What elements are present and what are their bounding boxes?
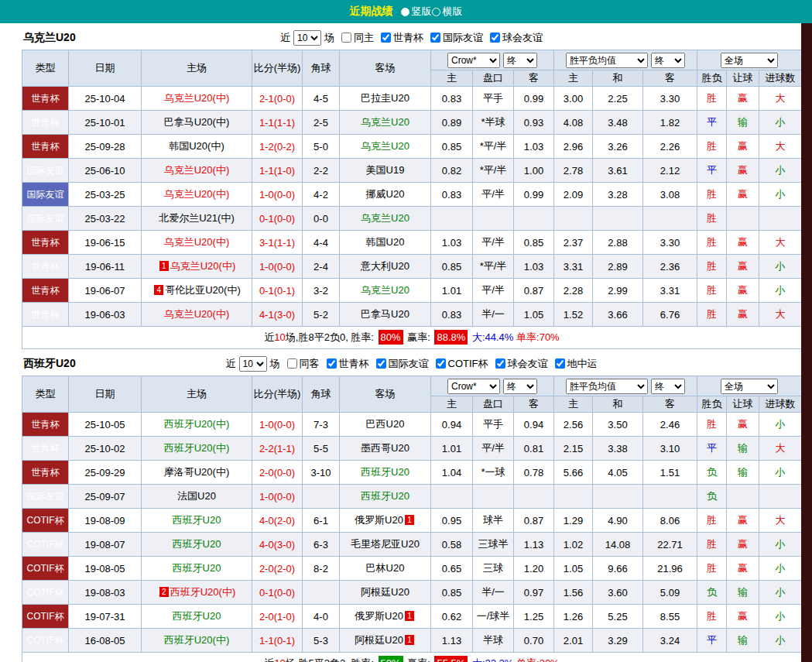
sub-column-header: 主 — [431, 396, 473, 413]
league-cell: 世青杯 — [22, 437, 69, 461]
avg-state-select[interactable]: 终 — [651, 379, 685, 394]
avg-home-cell: 4.08 — [554, 111, 593, 135]
recent-count-select[interactable]: 10 — [293, 30, 321, 46]
filter-checkbox[interactable] — [436, 358, 446, 369]
handicap-result-cell: 赢 — [727, 87, 759, 111]
result-cell: 胜 — [697, 231, 727, 255]
odds-state-select[interactable]: 终 — [503, 53, 537, 68]
filter-checkbox[interactable] — [287, 358, 297, 369]
summary-text: 单率:30% — [513, 657, 559, 662]
handicap-result-cell: 赢 — [727, 135, 759, 159]
date-cell: 19-06-15 — [69, 231, 142, 255]
away-team-cell: 巴拿马U20 — [340, 303, 431, 327]
filter-checkbox[interactable] — [341, 33, 351, 43]
avg-home-cell: 2.09 — [554, 183, 593, 207]
handicap-result-cell: 赢 — [727, 159, 759, 183]
match-row: COTIF杯19-08-07西班牙U204-0(3-0)6-3毛里塔尼亚U200… — [22, 533, 802, 557]
goals-result-cell: 小 — [759, 461, 802, 485]
league-cell: COTIF杯 — [22, 605, 69, 629]
filter-checkbox[interactable] — [555, 358, 565, 369]
filter-checkbox[interactable] — [490, 33, 500, 43]
summary-text: 近 — [264, 657, 274, 662]
col-away: 客场 — [340, 376, 431, 413]
league-cell: COTIF杯 — [22, 629, 69, 653]
odds-handicap-cell: *半球 — [473, 111, 514, 135]
goals-result-cell: 大 — [759, 437, 802, 461]
corner-cell: 7-3 — [303, 413, 340, 437]
team-filter-bar: 西班牙U20 近10场同客世青杯国际友谊COTIF杯球会友谊地中运 — [22, 355, 801, 372]
col-date: 日期 — [69, 50, 142, 87]
odds-home-cell — [431, 485, 473, 509]
goals-result-cell — [759, 485, 802, 509]
away-team-name: 墨西哥U20 — [361, 442, 409, 454]
avg-state-select[interactable]: 终 — [651, 53, 685, 68]
result-cell: 胜 — [697, 557, 727, 581]
home-team-name: 乌克兰U20(中) — [164, 308, 230, 320]
odds-away-cell: 0.99 — [514, 87, 554, 111]
home-team-cell: 西班牙U20 — [142, 509, 252, 533]
odds-away-cell: 1.20 — [514, 557, 554, 581]
avg-away-cell: 5.09 — [643, 581, 697, 605]
goals-result-cell: 小 — [759, 111, 802, 135]
summary-text: 10 — [274, 331, 285, 343]
date-cell: 19-06-03 — [69, 303, 142, 327]
summary-text: 赢率: — [405, 331, 433, 343]
away-team-cell: 西班牙U20 — [340, 485, 431, 509]
avg-draw-cell — [593, 485, 643, 509]
view-radio[interactable] — [432, 8, 440, 16]
result-cell: 平 — [697, 111, 727, 135]
odds-company-select[interactable]: Crow* — [447, 379, 500, 394]
col-corner: 角球 — [303, 376, 340, 413]
avg-type-select[interactable]: 胜平负均值 — [566, 379, 648, 394]
home-team-cell: 乌克兰U20(中) — [142, 231, 252, 255]
home-team-name: 乌克兰U20(中) — [164, 236, 230, 248]
result-cell: 胜 — [697, 255, 727, 279]
filter-checkbox[interactable] — [381, 33, 391, 43]
odds-handicap-cell — [473, 207, 514, 231]
odds-home-cell: 0.89 — [431, 111, 473, 135]
odds-home-cell: 1.04 — [431, 461, 473, 485]
scope-select[interactable]: 全场 — [721, 379, 778, 394]
away-team-name: 阿根廷U20 — [355, 634, 403, 646]
filter-checkbox[interactable] — [430, 33, 440, 43]
odds-home-cell: 0.85 — [431, 135, 473, 159]
avg-type-select[interactable]: 胜平负均值 — [566, 53, 648, 68]
odds-home-cell: 1.01 — [431, 279, 473, 303]
odds-handicap-cell: 半球 — [473, 629, 514, 653]
away-team-name: 巴拿马U20 — [361, 308, 409, 320]
odds-state-select[interactable]: 终 — [503, 379, 537, 394]
corner-cell: 5-5 — [303, 437, 340, 461]
odds-company-select[interactable]: Crow* — [447, 53, 500, 68]
handicap-result-cell: 赢 — [727, 533, 759, 557]
filter-checkbox[interactable] — [376, 358, 386, 369]
scope-select[interactable]: 全场 — [721, 53, 778, 68]
odds-home-cell: 1.03 — [431, 231, 473, 255]
sub-column-header: 客 — [643, 396, 697, 413]
view-radio[interactable] — [401, 8, 409, 16]
filter-checkbox-label: 世青杯 — [339, 358, 369, 369]
goals-result-cell: 大 — [759, 303, 802, 327]
odds-handicap-cell: *一球 — [473, 461, 514, 485]
filter-checkbox[interactable] — [495, 358, 505, 369]
score-cell: 1-0(0-0) — [252, 413, 303, 437]
home-team-cell: 韩国U20(中) — [142, 135, 252, 159]
games-label: 场 — [324, 32, 334, 43]
odds-away-cell — [514, 207, 554, 231]
odds-away-cell: 1.03 — [514, 255, 554, 279]
away-team-name: 美国U19 — [366, 164, 405, 176]
rank-badge: 1 — [405, 515, 414, 525]
recent-count-select[interactable]: 10 — [239, 356, 267, 372]
page-title: 近期战绩 — [350, 5, 393, 19]
corner-cell: 5-2 — [303, 303, 340, 327]
sub-column-header: 进球数 — [759, 70, 802, 87]
odds-away-cell: 1.25 — [514, 605, 554, 629]
avg-draw-cell: 2.89 — [593, 255, 643, 279]
result-cell: 胜 — [697, 207, 727, 231]
league-cell: 国际友谊 — [22, 183, 69, 207]
odds-away-cell: 0.87 — [514, 279, 554, 303]
filter-checkbox[interactable] — [327, 358, 337, 369]
view-radio-label: 竖版 — [412, 5, 432, 19]
avg-home-cell: 1.29 — [554, 509, 593, 533]
avg-away-cell: 3.24 — [643, 629, 697, 653]
home-team-name: 摩洛哥U20(中) — [164, 466, 230, 478]
